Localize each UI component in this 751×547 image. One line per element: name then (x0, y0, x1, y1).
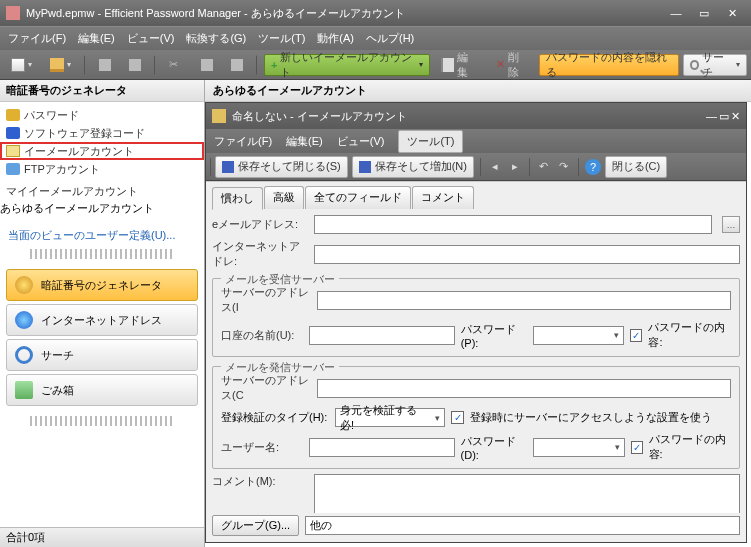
menu-help[interactable]: ヘルプ(H) (366, 31, 414, 46)
dialog-title: 命名しない - イーメールアカウント (232, 109, 407, 124)
ftp-icon (6, 163, 20, 175)
undo-button[interactable]: ↶ (536, 159, 552, 175)
hide-password-button[interactable]: パスワードの内容を隠れる (539, 54, 679, 76)
nav-search[interactable]: サーチ (6, 339, 198, 371)
close-button[interactable]: ✕ (719, 4, 745, 22)
current-view-userdef-link[interactable]: 当面のビューのユーザー定義(U)... (0, 228, 204, 243)
save-and-close-button[interactable]: 保存そして閉じる(S) (215, 156, 348, 178)
password-d-select[interactable]: ▾ (533, 438, 625, 457)
all-email-accounts-item[interactable]: あらゆるイーメールアカウント (0, 201, 204, 216)
incoming-server-input[interactable] (317, 291, 731, 310)
content-header: あらゆるイーメールアカウント (205, 80, 751, 102)
username-input[interactable] (309, 438, 455, 457)
search-icon (690, 60, 700, 70)
dialog-minimize-button[interactable]: — (706, 110, 717, 123)
internet-address-input[interactable] (314, 245, 740, 264)
new-email-account-button[interactable]: +新しいイーメールアカウント▾ (264, 54, 430, 76)
app-icon (6, 6, 20, 20)
close-button[interactable]: 閉じる(C) (605, 156, 667, 178)
save-and-add-button[interactable]: 保存そして増加(N) (352, 156, 474, 178)
account-name-input[interactable] (309, 326, 455, 345)
email-browse-button[interactable]: … (722, 216, 740, 233)
new-doc-button[interactable]: ▾ (4, 54, 39, 76)
nav-trash[interactable]: ごみ箱 (6, 374, 198, 406)
outgoing-server-input[interactable] (317, 379, 731, 398)
main-menu: ファイル(F) 編集(E) ビュー(V) 転換する(G) ツール(T) 動作(A… (0, 26, 751, 50)
incoming-group-label: メールを受信サーバー (221, 272, 339, 287)
menu-tools[interactable]: ツール(T) (258, 31, 305, 46)
menu-edit[interactable]: 編集(E) (78, 31, 115, 46)
group-button[interactable]: グループ(G)... (212, 515, 299, 536)
email-account-dialog: 命名しない - イーメールアカウント — ▭ ✕ ファイル(F) 編集(E) ビ… (205, 102, 747, 543)
dialog-menu-file[interactable]: ファイル(F) (214, 134, 272, 149)
edit-button[interactable]: 編集 (434, 54, 485, 76)
window-title: MyPwd.epmw - Efficient Password Manager … (26, 6, 405, 21)
password-p-select[interactable]: ▾ (533, 326, 625, 345)
help-icon[interactable]: ? (585, 159, 601, 175)
tab-all-fields[interactable]: 全てのフィールド (305, 186, 411, 209)
sidebar-header: 暗証番号のジェネレータ (0, 80, 204, 102)
category-tree: パスワード ソフトウェア登録コード イーメールアカウント FTPアカウント (0, 102, 204, 182)
dialog-menu-view[interactable]: ビュー(V) (337, 134, 385, 149)
tree-item-ftp-account[interactable]: FTPアカウント (0, 160, 204, 178)
dialog-titlebar: 命名しない - イーメールアカウント — ▭ ✕ (206, 103, 746, 129)
preview-button[interactable] (122, 54, 148, 76)
register-icon (6, 127, 20, 139)
dialog-footer: グループ(G)... 他の (206, 513, 746, 542)
menu-action[interactable]: 動作(A) (317, 31, 354, 46)
cut-button[interactable]: ✂ (162, 54, 190, 76)
pwd-content-label-2: パスワードの内容: (649, 432, 732, 462)
dialog-close-button[interactable]: ✕ (731, 110, 740, 123)
email-address-input[interactable] (314, 215, 712, 234)
grip-icon[interactable] (30, 249, 174, 259)
next-button[interactable]: ▸ (507, 159, 523, 175)
tab-custom[interactable]: 慣わし (212, 187, 263, 210)
auth-type-select[interactable]: 身元を検証する必!▾ (335, 408, 445, 427)
pwd-content-checkbox-1[interactable]: ✓ (630, 329, 642, 342)
tree-item-email-account[interactable]: イーメールアカウント (0, 142, 204, 160)
menu-convert[interactable]: 転換する(G) (186, 31, 246, 46)
password-d-label: パスワード(D): (461, 434, 527, 461)
menu-file[interactable]: ファイル(F) (8, 31, 66, 46)
access-on-reg-checkbox[interactable]: ✓ (451, 411, 464, 424)
dialog-body: 慣わし 高級 全てのフィールド コメント eメールアドレス: … インターネット… (206, 181, 746, 513)
comment-textarea[interactable] (314, 474, 740, 513)
dialog-menu-tool[interactable]: ツール(T) (398, 130, 463, 153)
globe-icon (15, 311, 33, 329)
nav-password-generator[interactable]: 暗証番号のジェネレータ (6, 269, 198, 301)
incoming-server-group: メールを受信サーバー サーバーのアドレス(I 口座の名前(U): パスワード(P… (212, 278, 740, 357)
print-button[interactable] (92, 54, 118, 76)
dialog-tabs: 慣わし 高級 全てのフィールド コメント (212, 186, 740, 209)
separator (154, 55, 156, 75)
outgoing-server-label: サーバーのアドレス(C (221, 373, 311, 403)
copy-button[interactable] (194, 54, 220, 76)
dialog-toolbar: 保存そして閉じる(S) 保存そして増加(N) ◂ ▸ ↶ ↷ ? 閉じる(C) (206, 153, 746, 181)
dialog-menu-edit[interactable]: 編集(E) (286, 134, 323, 149)
tab-advanced[interactable]: 高級 (264, 186, 304, 209)
redo-button[interactable]: ↷ (556, 159, 572, 175)
outgoing-server-group: メールを発信サーバー サーバーのアドレス(C 登録検証のタイプ(H): 身元を検… (212, 366, 740, 469)
grip-icon[interactable] (30, 416, 174, 426)
tree-item-software-reg[interactable]: ソフトウェア登録コード (0, 124, 204, 142)
minimize-button[interactable]: — (663, 4, 689, 22)
doc-icon (212, 109, 226, 123)
menu-view[interactable]: ビュー(V) (127, 31, 175, 46)
main-toolbar: ▾ ▾ ✂ +新しいイーメールアカウント▾ 編集 ✕削除 パスワードの内容を隠れ… (0, 50, 751, 80)
tree-item-password[interactable]: パスワード (0, 106, 204, 124)
key-icon (6, 109, 20, 121)
paste-button[interactable] (224, 54, 250, 76)
prev-button[interactable]: ◂ (487, 159, 503, 175)
dialog-maximize-button[interactable]: ▭ (719, 110, 729, 123)
username-label: ユーザー名: (221, 440, 303, 455)
delete-button[interactable]: ✕削除 (489, 54, 535, 76)
maximize-button[interactable]: ▭ (691, 4, 717, 22)
open-button[interactable]: ▾ (43, 54, 78, 76)
new-email-account-label: 新しいイーメールアカウント (280, 50, 415, 80)
tab-comment[interactable]: コメント (412, 186, 474, 209)
nav-internet-address[interactable]: インターネットアドレス (6, 304, 198, 336)
internet-address-label: インターネットアドレ: (212, 239, 308, 269)
search-button[interactable]: サーチ▾ (683, 54, 747, 76)
group-value-field[interactable]: 他の (305, 516, 740, 535)
pwd-content-checkbox-2[interactable]: ✓ (631, 441, 643, 454)
access-on-reg-label: 登録時にサーバーにアクセスしような設置を使う (470, 410, 712, 425)
